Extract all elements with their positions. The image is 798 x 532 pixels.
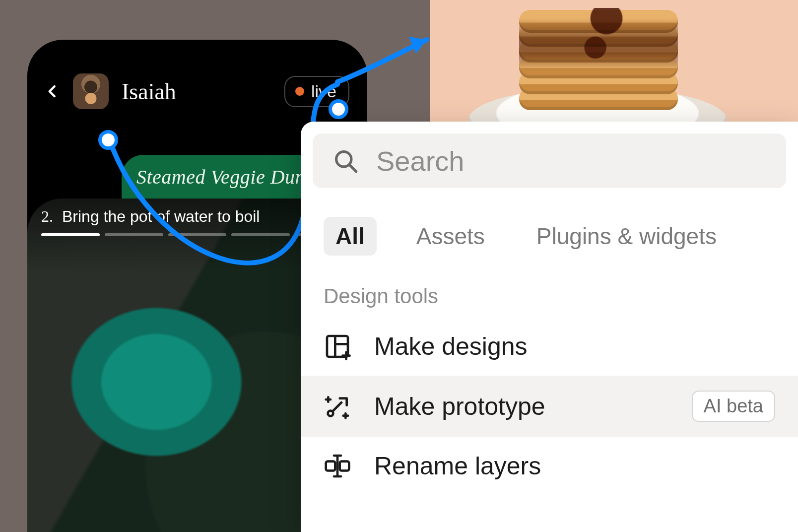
filter-tabs: All Assets Plugins & widgets <box>301 188 798 272</box>
tool-label: Make prototype <box>374 392 669 421</box>
progress-segment <box>231 233 290 236</box>
avatar[interactable] <box>73 73 109 109</box>
svg-rect-2 <box>327 336 348 357</box>
svg-rect-13 <box>326 462 335 471</box>
ai-beta-badge: AI beta <box>692 391 775 422</box>
pancake-stack-icon <box>519 8 678 112</box>
back-chevron-icon[interactable] <box>45 84 60 99</box>
live-label: live <box>311 82 336 101</box>
tool-label: Make designs <box>374 332 775 361</box>
search-icon <box>332 148 358 174</box>
progress-segment <box>41 233 100 236</box>
progress-segment <box>168 233 227 236</box>
tab-plugins[interactable]: Plugins & widgets <box>525 217 729 256</box>
progress-segment <box>105 233 163 236</box>
rename-cursor-icon <box>324 452 351 480</box>
search-bar[interactable] <box>313 133 786 188</box>
tab-all[interactable]: All <box>324 217 377 256</box>
linked-frame-preview[interactable] <box>430 0 798 125</box>
step-text: Bring the pot of water to boil <box>62 207 260 226</box>
prototype-hotspot[interactable] <box>98 130 118 150</box>
section-title: Design tools <box>301 272 798 317</box>
svg-rect-14 <box>340 462 349 471</box>
tab-assets[interactable]: Assets <box>404 217 497 256</box>
tool-make-designs[interactable]: Make designs <box>301 317 798 376</box>
svg-line-1 <box>350 165 356 172</box>
live-dot-icon <box>295 87 304 96</box>
prototype-hotspot[interactable] <box>329 99 348 119</box>
tool-list: Make designs Make prototype AI beta <box>301 317 798 495</box>
tool-make-prototype[interactable]: Make prototype AI beta <box>301 376 798 437</box>
user-name: Isaiah <box>122 78 271 105</box>
layout-plus-icon <box>324 332 351 360</box>
prototype-flow-icon <box>324 393 351 420</box>
tool-rename-layers[interactable]: Rename layers <box>301 437 798 495</box>
search-input[interactable] <box>376 145 766 177</box>
actions-panel: All Assets Plugins & widgets Design tool… <box>301 122 798 532</box>
tool-label: Rename layers <box>374 452 775 480</box>
mobile-header: Isaiah live <box>27 40 367 119</box>
step-number: 2. <box>41 207 53 226</box>
svg-point-7 <box>328 410 333 416</box>
